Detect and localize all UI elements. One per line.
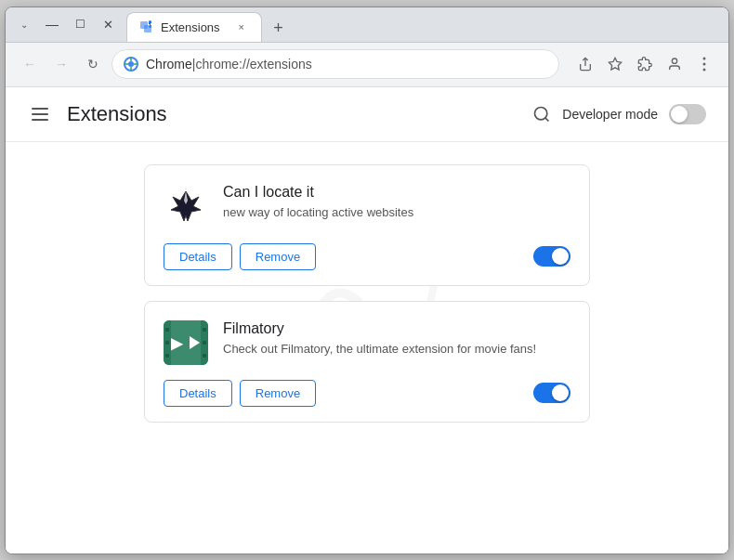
new-tab-button[interactable]: + xyxy=(266,16,292,42)
person-icon xyxy=(667,57,682,72)
details-button[interactable]: Details xyxy=(164,380,232,407)
extension-description: new way of locating active websites xyxy=(223,204,570,221)
header-left: Extensions xyxy=(28,102,167,126)
remove-button[interactable]: Remove xyxy=(240,380,316,407)
extensions-body: 9 … xyxy=(6,142,728,514)
reload-button[interactable]: ↻ xyxy=(80,51,106,77)
developer-mode-toggle[interactable] xyxy=(669,104,706,124)
tabs-container: Extensions × + xyxy=(126,7,721,42)
search-button[interactable] xyxy=(532,105,551,124)
extension-card-bottom: Details Remove xyxy=(164,380,570,407)
extension-name: Can I locate it xyxy=(223,184,570,201)
developer-mode-label: Developer mode xyxy=(562,107,658,122)
site-favicon xyxy=(124,57,138,72)
extension-card: Filmatory Check out Filmatory, the ultim… xyxy=(144,301,590,423)
share-icon xyxy=(578,57,593,72)
search-icon xyxy=(532,105,551,124)
extension-card-top: Filmatory Check out Filmatory, the ultim… xyxy=(164,320,570,365)
bird-icon xyxy=(164,184,208,228)
address-bar: ← → ↻ Chrome | chrome://extensions xyxy=(6,43,728,87)
extension-card-top: Can I locate it new way of locating acti… xyxy=(164,184,570,228)
dots-icon xyxy=(702,57,706,72)
close-button[interactable]: ✕ xyxy=(97,13,119,35)
extensions-list: Can I locate it new way of locating acti… xyxy=(28,164,706,423)
menu-button[interactable] xyxy=(691,51,717,77)
star-icon xyxy=(608,57,623,72)
url-bar[interactable]: Chrome | chrome://extensions xyxy=(111,49,559,79)
extension-info: Filmatory Check out Filmatory, the ultim… xyxy=(223,320,570,358)
restore-button[interactable]: ⌄ xyxy=(13,13,35,35)
profile-button[interactable] xyxy=(662,51,688,77)
tab-extensions-icon xyxy=(138,20,153,34)
svg-point-8 xyxy=(535,107,547,119)
extension-buttons: Details Remove xyxy=(164,380,316,407)
extension-card: Can I locate it new way of locating acti… xyxy=(144,164,590,286)
extension-buttons: Details Remove xyxy=(164,243,316,270)
extensions-toolbar-button[interactable] xyxy=(632,51,658,77)
svg-marker-4 xyxy=(609,58,621,70)
extension-info: Can I locate it new way of locating acti… xyxy=(223,184,570,221)
minimize-button[interactable]: — xyxy=(41,13,63,35)
tab-close-button[interactable]: × xyxy=(233,19,250,35)
svg-point-3 xyxy=(128,61,134,67)
url-text: Chrome | chrome://extensions xyxy=(146,57,312,72)
extension-toggle[interactable] xyxy=(533,383,570,403)
filmatory-icon xyxy=(164,320,208,365)
extension-description: Check out Filmatory, the ultimate extens… xyxy=(223,341,570,358)
tab-label: Extensions xyxy=(161,20,220,34)
puzzle-icon xyxy=(637,57,652,72)
url-actions xyxy=(572,51,717,77)
svg-point-7 xyxy=(703,69,706,72)
header-right: Developer mode xyxy=(532,104,706,124)
extensions-tab[interactable]: Extensions × xyxy=(126,12,262,42)
browser-window: ⌄ — ☐ ✕ Extensions × + xyxy=(5,7,729,554)
svg-rect-1 xyxy=(144,25,151,33)
details-button[interactable]: Details xyxy=(164,243,232,270)
share-button[interactable] xyxy=(572,51,598,77)
title-bar: ⌄ — ☐ ✕ Extensions × + xyxy=(6,7,728,43)
extension-card-bottom: Details Remove xyxy=(164,243,570,270)
svg-point-6 xyxy=(703,63,706,66)
svg-marker-14 xyxy=(190,336,200,349)
hamburger-menu-button[interactable] xyxy=(28,104,52,124)
back-button[interactable]: ← xyxy=(17,51,43,77)
forward-button[interactable]: → xyxy=(48,51,74,77)
window-controls: ⌄ — ☐ ✕ xyxy=(13,13,119,35)
svg-point-5 xyxy=(703,58,706,60)
page-content: Extensions Developer mode 9 xyxy=(6,87,728,553)
bookmark-button[interactable] xyxy=(602,51,628,77)
extension-toggle[interactable] xyxy=(533,246,570,267)
remove-button[interactable]: Remove xyxy=(240,243,316,270)
maximize-button[interactable]: ☐ xyxy=(69,13,91,35)
extension-name: Filmatory xyxy=(223,320,570,337)
extensions-header: Extensions Developer mode xyxy=(6,87,728,142)
extension-logo xyxy=(164,320,208,365)
extension-logo xyxy=(164,184,208,228)
page-title: Extensions xyxy=(67,102,167,126)
